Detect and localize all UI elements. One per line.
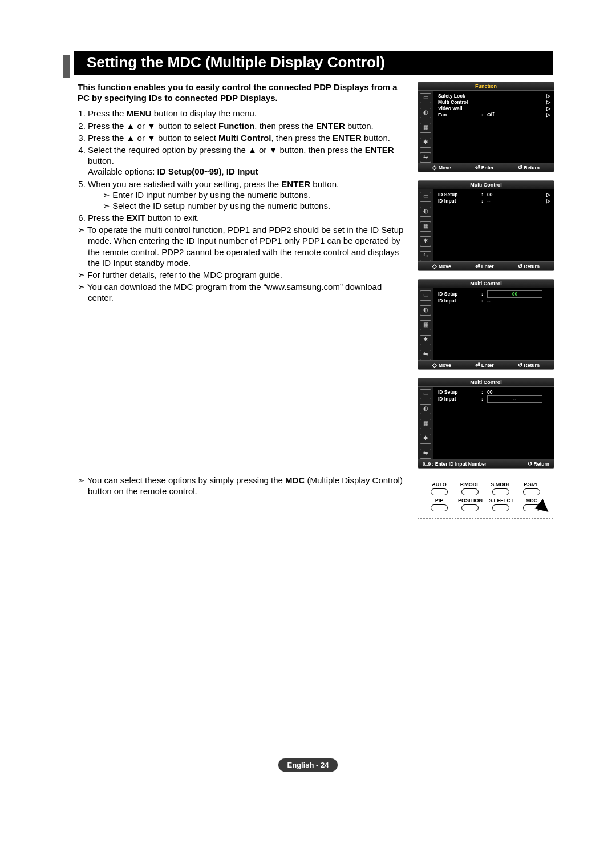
step-5-sub1: Enter ID input number by using the numer… — [113, 189, 407, 200]
button-shape-icon — [461, 488, 479, 495]
title-accent-bar — [63, 55, 70, 78]
page-footer: English - 24 — [63, 758, 553, 772]
osd-row: Video Wall▷ — [438, 106, 550, 112]
osd-footer: ◇Move ⏎Enter ↺Return — [418, 360, 554, 369]
osd-sidebar-icons: ▭ ◐ ▦ ✱ ⇆ — [418, 288, 433, 360]
arrow-right-icon: ▷ — [545, 93, 550, 99]
remote-button-position[interactable]: POSITION — [458, 498, 482, 511]
button-shape-icon — [492, 504, 509, 511]
channel-icon: ▦ — [420, 123, 431, 133]
sound-icon: ◐ — [420, 404, 431, 414]
osd-multicontrol-3: Multi Control ▭ ◐ ▦ ✱ ⇆ ID Setup:00ID In… — [418, 378, 554, 469]
sound-icon: ◐ — [420, 305, 431, 316]
channel-icon: ▦ — [420, 320, 431, 330]
remote-control-excerpt: AUTOP.MODES.MODEP.SIZE PIPPOSITIONS.EFFE… — [418, 477, 553, 519]
setup-icon: ✱ — [420, 236, 431, 247]
osd-header: Multi Control — [418, 181, 554, 189]
osd-row: Safety Lock▷ — [438, 93, 550, 99]
osd-row: ID Input:-- — [438, 395, 550, 403]
step-1: Press the MENU button to display the men… — [88, 108, 407, 119]
osd-function: Function ▭ ◐ ▦ ✱ ⇆ Safety Lock▷Multi Con… — [418, 82, 554, 172]
osd-footer: ◇Move ⏎Enter ↺Return — [418, 261, 554, 270]
osd-header: Function — [418, 82, 554, 91]
remote-row-1: AUTOP.MODES.MODEP.SIZE — [424, 482, 547, 495]
arrow-right-icon: ▷ — [545, 99, 550, 106]
button-shape-icon — [431, 504, 448, 511]
osd-mc2-rows: ID Setup:00ID Input:-- — [433, 288, 554, 360]
arrow-right-icon: ▷ — [545, 192, 550, 198]
osd-row: Multi Control▷ — [438, 99, 550, 106]
remote-button-auto[interactable]: AUTO — [427, 482, 451, 495]
page-title: Setting the MDC (Multiple Display Contro… — [74, 51, 553, 75]
osd-screens-column: Function ▭ ◐ ▦ ✱ ⇆ Safety Lock▷Multi Con… — [418, 82, 553, 519]
button-shape-icon — [431, 488, 448, 495]
osd-function-rows: Safety Lock▷Multi Control▷Video Wall▷Fan… — [433, 91, 554, 163]
return-icon: ↺ — [518, 263, 522, 269]
remote-button-pip[interactable]: PIP — [427, 498, 451, 511]
picture-icon: ▭ — [420, 93, 431, 103]
instructions-column: This function enables you to easily cont… — [63, 82, 407, 519]
arrow-right-icon: ▷ — [545, 106, 550, 112]
osd-sidebar-icons: ▭ ◐ ▦ ✱ ⇆ — [418, 387, 433, 459]
input-icon: ⇆ — [420, 251, 431, 261]
enter-icon: ⏎ — [475, 164, 480, 171]
channel-icon: ▦ — [420, 221, 431, 232]
note-program-guide: For further details, refer to the MDC pr… — [88, 269, 407, 280]
content-row: This function enables you to easily cont… — [63, 82, 553, 519]
sound-icon: ◐ — [420, 108, 431, 118]
arrow-right-icon: ▷ — [545, 112, 550, 118]
manual-page: Setting the MDC (Multiple Display Contro… — [0, 0, 616, 806]
return-icon: ↺ — [518, 362, 522, 368]
remote-row-2: PIPPOSITIONS.EFFECTMDC — [424, 498, 547, 511]
return-icon: ↺ — [518, 164, 522, 171]
picture-icon: ▭ — [420, 290, 431, 301]
button-shape-icon — [461, 504, 479, 511]
return-icon: ↺ — [528, 461, 532, 467]
enter-icon: ⏎ — [475, 362, 480, 368]
note-download: You can download the MDC program from th… — [88, 281, 407, 303]
steps-list: Press the MENU button to display the men… — [78, 108, 407, 223]
input-icon: ⇆ — [420, 152, 431, 163]
input-icon: ⇆ — [420, 449, 431, 459]
remote-button-psize[interactable]: P.SIZE — [520, 482, 544, 495]
arrow-right-icon: ▷ — [545, 198, 550, 204]
osd-header: Multi Control — [418, 378, 554, 387]
enter-icon: ⏎ — [475, 263, 480, 269]
id-input-prompt: 0..9 : Enter ID Input Number — [423, 461, 487, 467]
picture-icon: ▭ — [420, 389, 431, 399]
remote-button-smode[interactable]: S.MODE — [489, 482, 513, 495]
osd-header: Multi Control — [418, 280, 554, 288]
channel-icon: ▦ — [420, 419, 431, 429]
button-shape-icon — [492, 488, 509, 495]
step-5: When you are satisfied with your setting… — [88, 179, 407, 212]
setup-icon: ✱ — [420, 434, 431, 444]
setup-icon: ✱ — [420, 138, 431, 148]
move-icon: ◇ — [432, 164, 437, 171]
note-operate: To operate the multi control function, P… — [88, 224, 407, 268]
footer-language-page: English - 24 — [278, 758, 338, 772]
remote-button-seffect[interactable]: S.EFFECT — [489, 498, 513, 511]
button-shape-icon — [523, 488, 540, 495]
osd-footer: 0..9 : Enter ID Input Number ↺Return — [418, 459, 554, 468]
note-mdc-button: You can select these options by simply p… — [88, 475, 407, 496]
osd-mc3-rows: ID Setup:00ID Input:-- — [433, 387, 554, 459]
move-icon: ◇ — [432, 362, 437, 368]
osd-row: ID Setup:00 — [438, 290, 550, 298]
step-2: Press the ▲ or ▼ button to select Functi… — [88, 120, 407, 131]
osd-footer: ◇Move ⏎Enter ↺Return — [418, 163, 554, 172]
remote-button-pmode[interactable]: P.MODE — [458, 482, 482, 495]
osd-mc1-rows: ID Setup:00▷ID Input:--▷ — [433, 189, 554, 261]
sound-icon: ◐ — [420, 207, 431, 217]
picture-icon: ▭ — [420, 192, 431, 202]
osd-row: Fan:Off▷ — [438, 112, 550, 118]
osd-row: ID Input:-- — [438, 298, 550, 304]
step-6: Press the EXIT button to exit. — [88, 212, 407, 223]
osd-sidebar-icons: ▭ ◐ ▦ ✱ ⇆ — [418, 91, 433, 163]
input-icon: ⇆ — [420, 350, 431, 360]
osd-row: ID Input:--▷ — [438, 198, 550, 204]
osd-row: ID Setup:00▷ — [438, 192, 550, 198]
setup-icon: ✱ — [420, 335, 431, 345]
osd-sidebar-icons: ▭ ◐ ▦ ✱ ⇆ — [418, 189, 433, 261]
osd-row: ID Setup:00 — [438, 389, 550, 395]
step-3: Press the ▲ or ▼ button to select Multi … — [88, 132, 407, 143]
